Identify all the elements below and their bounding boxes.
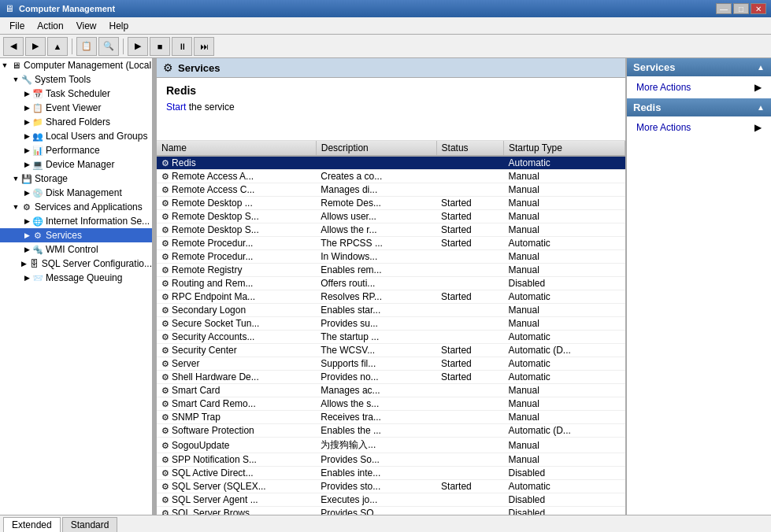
tree-arrow[interactable]: ▶ xyxy=(22,231,32,239)
tree-arrow[interactable]: ▼ xyxy=(11,76,20,83)
tree-arrow[interactable]: ▶ xyxy=(22,274,32,282)
table-row[interactable]: ⚙ RedisAutomatic xyxy=(157,156,625,170)
tab-standard[interactable]: Standard xyxy=(62,517,118,532)
tree-arrow[interactable]: ▶ xyxy=(22,132,32,140)
actions-section-header-0[interactable]: Services▲ xyxy=(627,58,771,76)
tree-item-sql-config[interactable]: ▶🗄SQL Server Configuratio... xyxy=(0,257,152,271)
table-row[interactable]: ⚙ RPC Endpoint Ma...Resolves RP...Starte… xyxy=(157,290,625,304)
tree-item-wmi[interactable]: ▶🔩WMI Control xyxy=(0,242,152,257)
table-row[interactable]: ⚙ ServerSupports fil...StartedAutomatic xyxy=(157,357,625,371)
service-status-cell xyxy=(436,467,503,480)
stop-button[interactable]: ■ xyxy=(150,37,170,56)
tree-item-storage[interactable]: ▼💾Storage xyxy=(0,172,152,186)
tree-arrow[interactable]: ▶ xyxy=(22,90,32,98)
table-row[interactable]: ⚙ Remote Desktop S...Allows user...Start… xyxy=(157,210,625,224)
service-status-cell: Started xyxy=(436,371,503,384)
maximize-button[interactable]: □ xyxy=(733,3,749,14)
tree-item-performance[interactable]: ▶📊Performance xyxy=(0,143,152,157)
tree-item-icon: 📁 xyxy=(32,116,44,128)
tree-item-task-scheduler[interactable]: ▶📅Task Scheduler xyxy=(0,87,152,101)
table-row[interactable]: ⚙ Remote Desktop S...Allows the r...Star… xyxy=(157,224,625,237)
menu-file[interactable]: File xyxy=(3,19,31,33)
service-icon: ⚙ xyxy=(161,305,172,315)
show-hide-button[interactable]: 📋 xyxy=(76,37,97,56)
table-row[interactable]: ⚙ Secure Socket Tun...Provides su...Manu… xyxy=(157,317,625,331)
table-row[interactable]: ⚙ SQL Server Agent ...Executes jo...Disa… xyxy=(157,493,625,507)
table-row[interactable]: ⚙ SogouUpdate为搜狗输入...Manual xyxy=(157,438,625,453)
tree-item-event-viewer[interactable]: ▶📋Event Viewer xyxy=(0,101,152,115)
tree-arrow[interactable]: ▶ xyxy=(22,104,32,112)
table-row[interactable]: ⚙ SQL Server (SQLEX...Provides sto...Sta… xyxy=(157,480,625,493)
tree-item-local-users[interactable]: ▶👥Local Users and Groups xyxy=(0,129,152,143)
tree-item-disk-management[interactable]: ▶💿Disk Management xyxy=(0,186,152,200)
table-row[interactable]: ⚙ Shell Hardware De...Provides no...Star… xyxy=(157,371,625,384)
tree-arrow[interactable]: ▶ xyxy=(22,118,32,126)
tree-arrow[interactable]: ▼ xyxy=(0,61,9,69)
service-startup-cell: Manual xyxy=(504,453,625,467)
tree-item-services-apps[interactable]: ▼⚙Services and Applications xyxy=(0,200,152,214)
table-row[interactable]: ⚙ Remote RegistryEnables rem...Manual xyxy=(157,264,625,277)
tree-arrow[interactable]: ▶ xyxy=(22,246,32,253)
col-startup[interactable]: Startup Type xyxy=(504,141,625,156)
action-item-0-0[interactable]: More Actions▶ xyxy=(627,79,771,95)
tree-arrow[interactable]: ▶ xyxy=(22,146,32,154)
tree-item-icon: ⚙ xyxy=(20,201,33,213)
table-row[interactable]: ⚙ Smart CardManages ac...Manual xyxy=(157,384,625,397)
table-row[interactable]: ⚙ Smart Card Remo...Allows the s...Manua… xyxy=(157,397,625,411)
service-startup-cell: Automatic xyxy=(504,371,625,384)
start-service-link[interactable]: Start xyxy=(166,102,186,113)
actions-section-header-1[interactable]: Redis▲ xyxy=(627,98,771,116)
table-row[interactable]: ⚙ SQL Active Direct...Enables inte...Dis… xyxy=(157,467,625,480)
table-row[interactable]: ⚙ SQL Server Brows...Provides SQ...Disab… xyxy=(157,507,625,515)
service-startup-cell: Disabled xyxy=(504,277,625,290)
tree-item-iis[interactable]: ▶🌐Internet Information Se... xyxy=(0,214,152,228)
table-row[interactable]: ⚙ Security Accounts...The startup ...Aut… xyxy=(157,331,625,344)
prop-button[interactable]: 🔍 xyxy=(98,37,119,56)
tab-extended[interactable]: Extended xyxy=(3,517,61,532)
tree-item-shared-folders[interactable]: ▶📁Shared Folders xyxy=(0,115,152,129)
play-button[interactable]: ▶ xyxy=(128,37,148,56)
service-icon: ⚙ xyxy=(161,372,172,382)
tree-item-msg-queue[interactable]: ▶📨Message Queuing xyxy=(0,271,152,285)
action-item-1-0[interactable]: More Actions▶ xyxy=(627,120,771,135)
table-row[interactable]: ⚙ Remote Desktop ...Remote Des...Started… xyxy=(157,197,625,210)
tree-arrow[interactable]: ▶ xyxy=(22,189,32,197)
tree-arrow[interactable]: ▶ xyxy=(22,161,32,168)
back-button[interactable]: ◀ xyxy=(3,37,24,56)
tree-arrow[interactable]: ▶ xyxy=(22,217,32,225)
table-row[interactable]: ⚙ Routing and Rem...Offers routi...Disab… xyxy=(157,277,625,290)
forward-button[interactable]: ▶ xyxy=(25,37,46,56)
menu-action[interactable]: Action xyxy=(31,19,69,33)
table-row[interactable]: ⚙ Remote Access A...Creates a co...Manua… xyxy=(157,170,625,183)
table-row[interactable]: ⚙ Secondary LogonEnables star...Manual xyxy=(157,304,625,317)
tree-item-services[interactable]: ▶⚙Services xyxy=(0,228,152,242)
up-button[interactable]: ▲ xyxy=(47,37,68,56)
service-name-cell: ⚙ Remote Access A... xyxy=(157,170,316,183)
tree-item-root[interactable]: ▼🖥Computer Management (Local xyxy=(0,58,152,72)
col-status[interactable]: Status xyxy=(436,141,503,156)
tree-arrow[interactable]: ▼ xyxy=(11,203,20,211)
close-button[interactable]: ✕ xyxy=(751,3,766,14)
menu-help[interactable]: Help xyxy=(103,19,135,33)
tree-arrow[interactable]: ▼ xyxy=(11,175,20,183)
table-row[interactable]: ⚙ SNMP TrapReceives tra...Manual xyxy=(157,411,625,424)
pause-button[interactable]: ⏸ xyxy=(172,37,192,56)
service-name-cell: ⚙ SQL Active Direct... xyxy=(157,467,316,480)
table-row[interactable]: ⚙ SPP Notification S...Provides So...Man… xyxy=(157,453,625,467)
minimize-button[interactable]: — xyxy=(716,3,732,14)
table-row[interactable]: ⚙ Remote Access C...Manages di...Manual xyxy=(157,183,625,197)
service-detail-action: Start the service xyxy=(166,102,616,113)
table-row[interactable]: ⚙ Security CenterThe WCSV...StartedAutom… xyxy=(157,344,625,357)
main-container: ▼🖥Computer Management (Local▼🔧System Too… xyxy=(0,58,771,532)
restart-button[interactable]: ⏭ xyxy=(194,37,214,56)
col-description[interactable]: Description xyxy=(316,141,436,156)
table-row[interactable]: ⚙ Software ProtectionEnables the ...Auto… xyxy=(157,424,625,438)
col-name[interactable]: Name xyxy=(157,141,316,156)
service-description-cell: Offers routi... xyxy=(316,277,436,290)
table-row[interactable]: ⚙ Remote Procedur...In Windows...Manual xyxy=(157,250,625,264)
tree-arrow[interactable]: ▶ xyxy=(20,260,28,268)
tree-item-system-tools[interactable]: ▼🔧System Tools xyxy=(0,72,152,87)
tree-item-device-manager[interactable]: ▶💻Device Manager xyxy=(0,157,152,172)
table-row[interactable]: ⚙ Remote Procedur...The RPCSS ...Started… xyxy=(157,237,625,250)
menu-view[interactable]: View xyxy=(70,19,103,33)
